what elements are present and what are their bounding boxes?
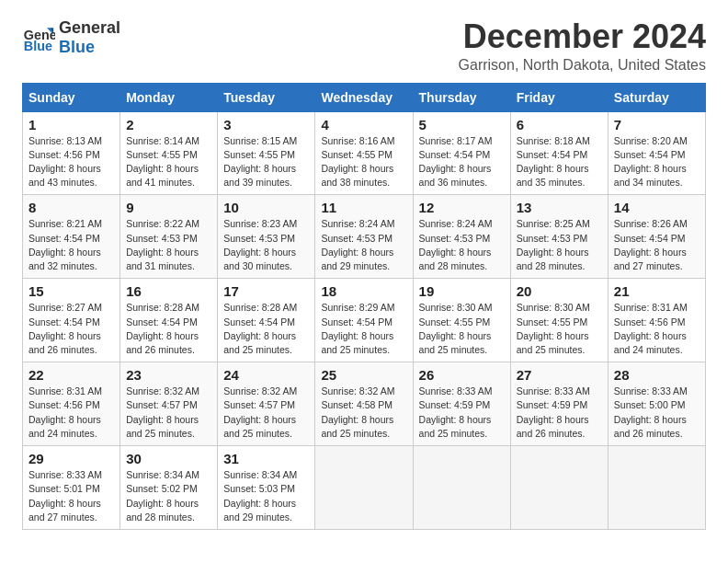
day-info: Sunrise: 8:34 AM Sunset: 5:02 PM Dayligh…: [126, 468, 211, 524]
day-number: 13: [517, 200, 602, 215]
calendar-cell: 30Sunrise: 8:34 AM Sunset: 5:02 PM Dayli…: [120, 446, 218, 530]
day-info: Sunrise: 8:33 AM Sunset: 5:01 PM Dayligh…: [28, 468, 114, 524]
day-number: 31: [223, 451, 309, 466]
calendar-table: SundayMondayTuesdayWednesdayThursdayFrid…: [22, 83, 706, 530]
calendar-body: 1Sunrise: 8:13 AM Sunset: 4:56 PM Daylig…: [23, 111, 706, 529]
day-info: Sunrise: 8:33 AM Sunset: 4:59 PM Dayligh…: [419, 385, 505, 441]
title-area: December 2024 Garrison, North Dakota, Un…: [459, 18, 706, 74]
calendar-cell: 22Sunrise: 8:31 AM Sunset: 4:56 PM Dayli…: [23, 362, 120, 446]
calendar-cell: 20Sunrise: 8:30 AM Sunset: 4:55 PM Dayli…: [510, 279, 608, 362]
day-info: Sunrise: 8:32 AM Sunset: 4:57 PM Dayligh…: [126, 385, 211, 441]
day-number: 14: [614, 200, 700, 215]
calendar-week-row: 22Sunrise: 8:31 AM Sunset: 4:56 PM Dayli…: [23, 362, 706, 446]
calendar-cell: 23Sunrise: 8:32 AM Sunset: 4:57 PM Dayli…: [120, 362, 218, 446]
day-info: Sunrise: 8:28 AM Sunset: 4:54 PM Dayligh…: [126, 301, 211, 357]
calendar-cell: 10Sunrise: 8:23 AM Sunset: 4:53 PM Dayli…: [218, 195, 315, 279]
day-number: 15: [28, 283, 114, 299]
day-number: 11: [321, 200, 406, 215]
calendar-cell: 7Sunrise: 8:20 AM Sunset: 4:54 PM Daylig…: [608, 111, 705, 195]
day-number: 25: [321, 367, 406, 383]
calendar-cell: 13Sunrise: 8:25 AM Sunset: 4:53 PM Dayli…: [510, 195, 608, 279]
day-number: 20: [517, 283, 602, 299]
calendar-cell: 26Sunrise: 8:33 AM Sunset: 4:59 PM Dayli…: [413, 362, 510, 446]
calendar-week-row: 29Sunrise: 8:33 AM Sunset: 5:01 PM Dayli…: [23, 446, 706, 530]
weekday-header-thursday: Thursday: [413, 83, 510, 111]
day-info: Sunrise: 8:33 AM Sunset: 5:00 PM Dayligh…: [614, 385, 700, 441]
day-number: 6: [517, 117, 602, 132]
weekday-header-saturday: Saturday: [608, 83, 705, 111]
day-info: Sunrise: 8:17 AM Sunset: 4:54 PM Dayligh…: [419, 134, 505, 190]
page-header: General Blue General Blue December 2024 …: [22, 18, 706, 74]
day-info: Sunrise: 8:31 AM Sunset: 4:56 PM Dayligh…: [28, 385, 114, 441]
day-number: 7: [614, 117, 700, 132]
calendar-cell: 1Sunrise: 8:13 AM Sunset: 4:56 PM Daylig…: [23, 111, 120, 195]
day-number: 2: [126, 117, 211, 132]
day-number: 26: [419, 367, 505, 383]
day-number: 30: [126, 451, 211, 466]
day-info: Sunrise: 8:31 AM Sunset: 4:56 PM Dayligh…: [614, 301, 700, 357]
day-number: 12: [419, 200, 505, 215]
weekday-header-monday: Monday: [120, 83, 218, 111]
day-number: 16: [126, 283, 211, 299]
day-number: 19: [419, 283, 505, 299]
calendar-cell: [315, 446, 413, 530]
day-info: Sunrise: 8:25 AM Sunset: 4:53 PM Dayligh…: [517, 217, 602, 273]
calendar-cell: 17Sunrise: 8:28 AM Sunset: 4:54 PM Dayli…: [218, 279, 315, 362]
day-number: 3: [223, 117, 309, 132]
day-number: 8: [28, 200, 114, 215]
day-number: 28: [614, 367, 700, 383]
weekday-header-wednesday: Wednesday: [315, 83, 413, 111]
calendar-cell: [608, 446, 705, 530]
calendar-cell: 25Sunrise: 8:32 AM Sunset: 4:58 PM Dayli…: [315, 362, 413, 446]
calendar-cell: 21Sunrise: 8:31 AM Sunset: 4:56 PM Dayli…: [608, 279, 705, 362]
day-info: Sunrise: 8:21 AM Sunset: 4:54 PM Dayligh…: [28, 217, 114, 273]
calendar-header-row: SundayMondayTuesdayWednesdayThursdayFrid…: [23, 83, 706, 111]
day-number: 24: [223, 367, 309, 383]
calendar-cell: 6Sunrise: 8:18 AM Sunset: 4:54 PM Daylig…: [510, 111, 608, 195]
day-info: Sunrise: 8:32 AM Sunset: 4:58 PM Dayligh…: [321, 385, 406, 441]
calendar-week-row: 8Sunrise: 8:21 AM Sunset: 4:54 PM Daylig…: [23, 195, 706, 279]
day-number: 5: [419, 117, 505, 132]
day-info: Sunrise: 8:29 AM Sunset: 4:54 PM Dayligh…: [321, 301, 406, 357]
calendar-cell: 11Sunrise: 8:24 AM Sunset: 4:53 PM Dayli…: [315, 195, 413, 279]
day-info: Sunrise: 8:24 AM Sunset: 4:53 PM Dayligh…: [321, 217, 406, 273]
day-info: Sunrise: 8:34 AM Sunset: 5:03 PM Dayligh…: [223, 468, 309, 524]
day-info: Sunrise: 8:13 AM Sunset: 4:56 PM Dayligh…: [28, 134, 114, 190]
calendar-cell: 14Sunrise: 8:26 AM Sunset: 4:54 PM Dayli…: [608, 195, 705, 279]
day-info: Sunrise: 8:22 AM Sunset: 4:53 PM Dayligh…: [126, 217, 211, 273]
day-number: 23: [126, 367, 211, 383]
day-info: Sunrise: 8:16 AM Sunset: 4:55 PM Dayligh…: [321, 134, 406, 190]
logo-icon: General Blue: [22, 21, 55, 54]
logo-text-blue: Blue: [59, 38, 120, 57]
calendar-cell: 15Sunrise: 8:27 AM Sunset: 4:54 PM Dayli…: [23, 279, 120, 362]
month-title: December 2024: [459, 18, 706, 55]
calendar-cell: 8Sunrise: 8:21 AM Sunset: 4:54 PM Daylig…: [23, 195, 120, 279]
day-info: Sunrise: 8:30 AM Sunset: 4:55 PM Dayligh…: [517, 301, 602, 357]
day-info: Sunrise: 8:15 AM Sunset: 4:55 PM Dayligh…: [223, 134, 309, 190]
calendar-cell: 19Sunrise: 8:30 AM Sunset: 4:55 PM Dayli…: [413, 279, 510, 362]
day-number: 17: [223, 283, 309, 299]
calendar-cell: [510, 446, 608, 530]
calendar-cell: 9Sunrise: 8:22 AM Sunset: 4:53 PM Daylig…: [120, 195, 218, 279]
day-info: Sunrise: 8:27 AM Sunset: 4:54 PM Dayligh…: [28, 301, 114, 357]
calendar-cell: 18Sunrise: 8:29 AM Sunset: 4:54 PM Dayli…: [315, 279, 413, 362]
day-number: 29: [28, 451, 114, 466]
day-info: Sunrise: 8:33 AM Sunset: 4:59 PM Dayligh…: [517, 385, 602, 441]
day-number: 21: [614, 283, 700, 299]
day-number: 4: [321, 117, 406, 132]
weekday-header-friday: Friday: [510, 83, 608, 111]
svg-text:Blue: Blue: [24, 39, 52, 53]
calendar-cell: 2Sunrise: 8:14 AM Sunset: 4:55 PM Daylig…: [120, 111, 218, 195]
weekday-header-tuesday: Tuesday: [218, 83, 315, 111]
day-number: 10: [223, 200, 309, 215]
day-info: Sunrise: 8:14 AM Sunset: 4:55 PM Dayligh…: [126, 134, 211, 190]
calendar-cell: 27Sunrise: 8:33 AM Sunset: 4:59 PM Dayli…: [510, 362, 608, 446]
day-info: Sunrise: 8:23 AM Sunset: 4:53 PM Dayligh…: [223, 217, 309, 273]
location-title: Garrison, North Dakota, United States: [459, 57, 706, 74]
day-number: 1: [28, 117, 114, 132]
calendar-cell: 31Sunrise: 8:34 AM Sunset: 5:03 PM Dayli…: [218, 446, 315, 530]
logo: General Blue General Blue: [22, 18, 120, 56]
calendar-cell: 28Sunrise: 8:33 AM Sunset: 5:00 PM Dayli…: [608, 362, 705, 446]
day-number: 22: [28, 367, 114, 383]
day-info: Sunrise: 8:32 AM Sunset: 4:57 PM Dayligh…: [223, 385, 309, 441]
